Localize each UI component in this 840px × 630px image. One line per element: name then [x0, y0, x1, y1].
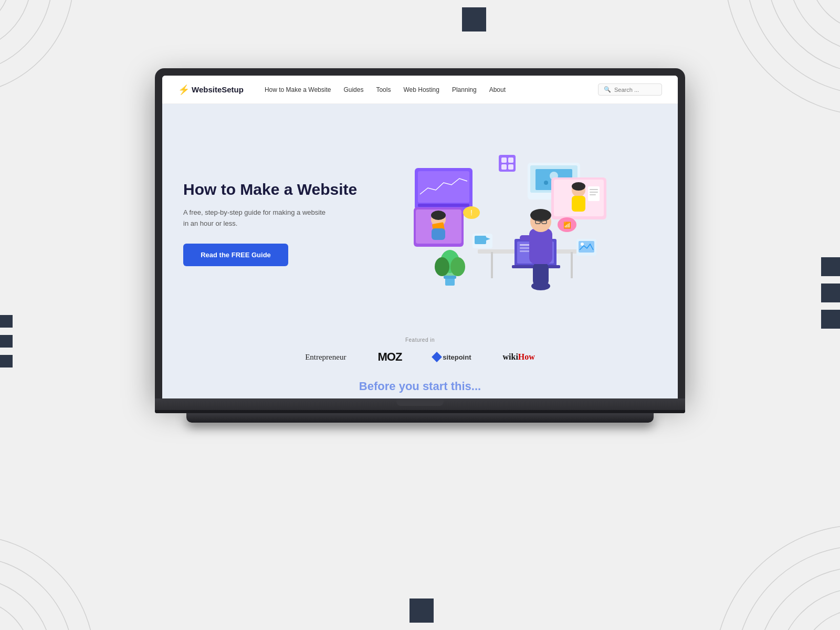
featured-label: Featured in [183, 337, 657, 343]
svg-rect-67 [572, 196, 585, 212]
featured-logos: Entrepreneur MOZ sitepoint wikiHow [183, 350, 657, 364]
svg-rect-38 [571, 252, 573, 278]
cta-button[interactable]: Read the FREE Guide [183, 244, 288, 266]
square-left-mid [0, 335, 13, 348]
square-right-mid [821, 284, 840, 302]
square-left-top [0, 315, 13, 328]
laptop: ⚡ WebsiteSetup How to Make a Website Gui… [155, 68, 685, 423]
bottom-preview-text: Before you start this... [359, 380, 481, 393]
svg-point-18 [0, 0, 10, 32]
svg-point-8 [777, 588, 840, 630]
circles-bottom-right [662, 472, 840, 630]
svg-point-66 [572, 182, 585, 191]
search-input[interactable] [614, 87, 656, 93]
logo-moz: MOZ [377, 350, 402, 364]
svg-rect-46 [533, 262, 549, 286]
bottom-preview: Before you start this... [162, 374, 678, 398]
svg-rect-73 [475, 236, 486, 244]
svg-point-15 [0, 556, 74, 630]
svg-rect-83 [444, 276, 456, 279]
svg-rect-49 [541, 235, 552, 240]
svg-point-81 [450, 257, 465, 276]
svg-point-58 [431, 211, 446, 220]
svg-point-51 [530, 209, 551, 222]
svg-point-9 [756, 567, 840, 630]
svg-point-7 [798, 609, 840, 630]
logo-icon: ⚡ [178, 84, 190, 96]
svg-text:📶: 📶 [563, 221, 571, 229]
hero-section: How to Make a Website A free, step-by-st… [162, 104, 678, 327]
laptop-foot [186, 413, 654, 423]
circles-top-left [0, 0, 94, 116]
svg-rect-48 [520, 235, 531, 240]
svg-point-80 [435, 257, 449, 276]
navigation: ⚡ WebsiteSetup How to Make a Website Gui… [162, 76, 678, 104]
svg-point-86 [581, 243, 584, 246]
nav-link-tools[interactable]: Tools [376, 86, 391, 93]
svg-rect-23 [418, 171, 469, 203]
search-box[interactable]: 🔍 [598, 83, 662, 96]
square-right-top [821, 257, 840, 276]
svg-point-16 [0, 536, 94, 630]
website-content: ⚡ WebsiteSetup How to Make a Website Gui… [162, 76, 678, 398]
svg-rect-71 [590, 194, 596, 195]
svg-point-10 [735, 546, 840, 630]
svg-point-2 [788, 0, 840, 52]
svg-rect-37 [491, 252, 493, 278]
nav-link-about[interactable]: About [489, 86, 506, 93]
svg-rect-68 [588, 186, 600, 201]
logo-sitepoint: sitepoint [433, 353, 471, 361]
svg-rect-27 [508, 158, 513, 163]
svg-point-19 [0, 0, 32, 52]
svg-point-20 [0, 0, 52, 74]
svg-rect-26 [501, 158, 507, 163]
svg-rect-47 [529, 228, 552, 264]
logo-text: WebsiteSetup [192, 85, 244, 94]
hero-subtitle: A free, step-by-step guide for making a … [183, 207, 330, 229]
svg-point-12 [0, 620, 10, 630]
square-right-bot [821, 310, 840, 329]
hero-title: How to Make a Website [183, 180, 362, 199]
svg-point-34 [544, 181, 548, 185]
logo-wikihow: wikiHow [503, 352, 535, 362]
nav-link-guides[interactable]: Guides [343, 86, 363, 93]
logo-entrepreneur: Entrepreneur [305, 353, 346, 362]
svg-point-1 [808, 0, 840, 32]
svg-point-4 [746, 0, 840, 94]
svg-rect-70 [590, 192, 598, 193]
svg-rect-24 [418, 204, 469, 207]
nav-link-planning[interactable]: Planning [452, 86, 477, 93]
svg-point-21 [0, 0, 74, 94]
circles-bottom-left [0, 494, 136, 630]
laptop-screen: ⚡ WebsiteSetup How to Make a Website Gui… [162, 76, 678, 398]
svg-rect-29 [508, 164, 513, 170]
logo-area[interactable]: ⚡ WebsiteSetup [178, 84, 244, 96]
circles-top-right [693, 0, 840, 147]
svg-point-14 [0, 578, 52, 630]
nav-link-how-to[interactable]: How to Make a Website [265, 86, 331, 93]
svg-text:!: ! [470, 208, 472, 217]
svg-point-3 [766, 0, 840, 74]
hero-illustration: ! [362, 130, 657, 311]
laptop-bezel: ⚡ WebsiteSetup How to Make a Website Gui… [155, 68, 685, 398]
square-bottom-center [410, 598, 434, 623]
svg-rect-60 [432, 228, 445, 240]
svg-point-0 [830, 0, 840, 10]
svg-point-11 [714, 525, 840, 630]
square-left-bot [0, 355, 13, 368]
search-icon: 🔍 [604, 86, 611, 93]
laptop-base [155, 398, 685, 413]
sitepoint-diamond-icon [432, 352, 442, 362]
hero-left: How to Make a Website A free, step-by-st… [183, 130, 362, 311]
square-top-center [462, 7, 486, 32]
nav-links: How to Make a Website Guides Tools Web H… [265, 86, 598, 93]
wikihow-how: How [518, 352, 535, 361]
laptop-notch [396, 398, 444, 406]
svg-point-13 [0, 598, 32, 630]
hero-svg: ! [410, 147, 609, 294]
svg-rect-69 [590, 189, 598, 190]
nav-link-hosting[interactable]: Web Hosting [403, 86, 439, 93]
featured-section: Featured in Entrepreneur MOZ sitepoint w… [162, 327, 678, 374]
svg-point-5 [724, 0, 840, 116]
svg-rect-28 [501, 164, 507, 170]
